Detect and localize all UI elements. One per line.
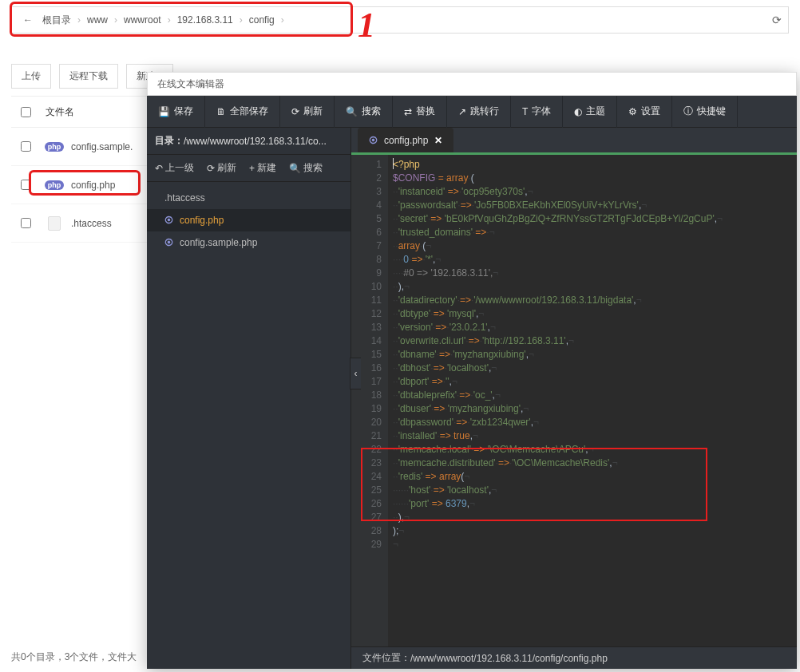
sidebar-path: 目录：/www/wwwroot/192.168.3.11/co... <box>147 128 350 155</box>
crumb-config[interactable]: config <box>244 14 279 26</box>
editor-window: 在线文本编辑器 💾保存 🗎全部保存 ⟳刷新 🔍搜索 ⇄替换 ↗跳转行 T字体 ◐… <box>147 72 797 669</box>
editor-toolbar: 💾保存 🗎全部保存 ⟳刷新 🔍搜索 ⇄替换 ↗跳转行 T字体 ◐主题 ⚙设置 ⓘ… <box>147 96 797 128</box>
sidebar-toolbar: ↶上一级 ⟳刷新 +新建 🔍搜索 <box>147 155 350 182</box>
editor-title: 在线文本编辑器 <box>147 72 797 96</box>
tab-config[interactable]: ⦿ config.php ✕ <box>358 128 453 152</box>
font-button[interactable]: T字体 <box>511 96 563 128</box>
sidebar-search-button[interactable]: 🔍搜索 <box>286 161 326 175</box>
line-gutter: 1234567891011121314151617181920212223242… <box>351 155 388 646</box>
sidebar-new-button[interactable]: +新建 <box>246 161 279 175</box>
tab-bar: ⦿ config.php ✕ <box>351 128 797 155</box>
row-checkbox[interactable] <box>21 141 31 152</box>
goto-icon: ↗ <box>458 106 466 117</box>
refresh-icon: ⟳ <box>291 106 299 117</box>
crumb-ip[interactable]: 192.168.3.11 <box>172 14 238 26</box>
sidebar-refresh-button[interactable]: ⟳刷新 <box>204 161 240 175</box>
php-icon: php <box>46 179 63 192</box>
file-name[interactable]: config.php <box>71 180 115 191</box>
shortcuts-button[interactable]: ⓘ快捷键 <box>672 96 738 128</box>
code-editor[interactable]: 1234567891011121314151617181920212223242… <box>351 155 797 646</box>
tree-node-config[interactable]: ⦿config.php <box>147 209 350 231</box>
editor-main: ⦿ config.php ✕ 1234567891011121314151617… <box>351 128 797 669</box>
refresh-button[interactable]: ⟳刷新 <box>280 96 335 128</box>
php-icon: php <box>46 140 63 153</box>
theme-icon: ◐ <box>574 106 582 117</box>
back-icon[interactable]: ← <box>18 14 38 26</box>
php-icon: ⦿ <box>164 238 173 247</box>
file-icon <box>46 217 63 230</box>
theme-button[interactable]: ◐主题 <box>563 96 617 128</box>
search-button[interactable]: 🔍搜索 <box>335 96 393 128</box>
upload-button[interactable]: 上传 <box>11 64 51 89</box>
breadcrumb: ← 根目录› www› wwwroot› 192.168.3.11› confi… <box>11 6 789 34</box>
plus-icon: + <box>249 163 255 174</box>
php-icon: ⦿ <box>369 136 378 145</box>
collapse-sidebar-handle[interactable]: ‹ <box>350 358 361 389</box>
gear-icon: ⚙ <box>628 106 637 117</box>
select-all-checkbox[interactable] <box>21 107 31 117</box>
close-icon[interactable]: ✕ <box>434 135 442 146</box>
row-checkbox[interactable] <box>21 180 31 190</box>
row-checkbox[interactable] <box>21 218 31 228</box>
save-icon: 💾 <box>158 106 170 117</box>
refresh-icon: ⟳ <box>207 163 215 174</box>
file-tree: .htaccess ⦿config.php ⦿config.sample.php <box>147 182 350 669</box>
save-all-icon: 🗎 <box>216 106 226 117</box>
php-icon: ⦿ <box>164 215 173 225</box>
file-name[interactable]: .htaccess <box>71 218 112 229</box>
replace-button[interactable]: ⇄替换 <box>393 96 447 128</box>
status-bar: 文件位置： /www/wwwroot/192.168.3.11/config/c… <box>351 646 797 669</box>
font-icon: T <box>522 106 528 117</box>
editor-sidebar: 目录：/www/wwwroot/192.168.3.11/co... ↶上一级 … <box>147 128 351 669</box>
file-name[interactable]: config.sample. <box>71 141 133 152</box>
search-icon: 🔍 <box>346 106 358 117</box>
info-icon: ⓘ <box>683 105 693 118</box>
code-content[interactable]: <?php$CONFIG·=·array·(··'instanceid'·=>·… <box>388 155 797 646</box>
goto-button[interactable]: ↗跳转行 <box>447 96 511 128</box>
settings-button[interactable]: ⚙设置 <box>617 96 672 128</box>
save-all-button[interactable]: 🗎全部保存 <box>205 96 280 128</box>
remote-download-button[interactable]: 远程下载 <box>59 64 118 89</box>
crumb-wwwroot[interactable]: wwwroot <box>119 14 166 26</box>
save-button[interactable]: 💾保存 <box>147 96 205 128</box>
crumb-www[interactable]: www <box>82 14 113 26</box>
tree-node-config-sample[interactable]: ⦿config.sample.php <box>147 231 350 254</box>
up-level-button[interactable]: ↶上一级 <box>152 161 197 175</box>
filename-column: 文件名 <box>46 105 74 119</box>
replace-icon: ⇄ <box>404 106 412 117</box>
footer-summary: 共0个目录，3个文件，文件大 <box>11 650 137 664</box>
crumb-root[interactable]: 根目录 <box>38 14 76 27</box>
up-icon: ↶ <box>155 163 163 174</box>
cursor <box>393 158 394 169</box>
tree-node-htaccess[interactable]: .htaccess <box>147 187 350 209</box>
refresh-icon[interactable]: ⟳ <box>772 14 782 26</box>
search-icon: 🔍 <box>289 163 301 174</box>
